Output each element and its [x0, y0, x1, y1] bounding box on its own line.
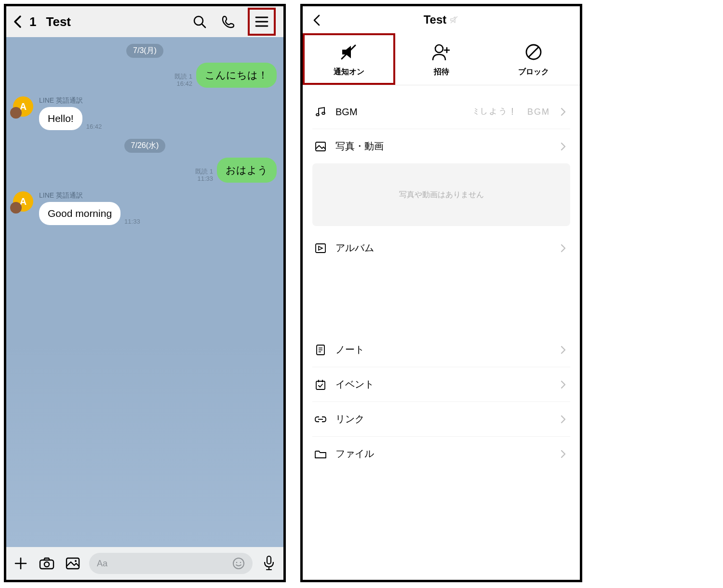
- read-label: 既読 1: [174, 73, 192, 80]
- chevron-right-icon: [559, 414, 568, 424]
- message-bubble[interactable]: こんにちは！: [196, 63, 277, 88]
- message-time: 11:33: [124, 218, 140, 225]
- menu-event[interactable]: イベント: [312, 367, 570, 402]
- link-icon: [314, 413, 327, 426]
- settings-header: Test: [303, 6, 580, 33]
- read-label: 既読 1: [195, 168, 213, 175]
- block-button[interactable]: ブロック: [487, 33, 580, 85]
- chat-body[interactable]: 7/3(月) 既読 1 16:42 こんにちは！ A LINE 英語通訳 Hel…: [6, 37, 283, 547]
- date-divider: 7/26(水): [124, 139, 166, 153]
- outgoing-message: 既読 1 16:42 こんにちは！: [6, 63, 283, 88]
- back-button[interactable]: [11, 15, 25, 28]
- message-input[interactable]: Aa: [89, 553, 253, 574]
- menu-icon[interactable]: [248, 8, 276, 36]
- menu-album[interactable]: アルバム: [312, 231, 570, 265]
- menu-file[interactable]: ファイル: [312, 437, 570, 471]
- incoming-message: A LINE 英語通訳 Hello! 16:42: [6, 96, 283, 130]
- image-icon[interactable]: [63, 554, 82, 573]
- message-time: 11:33: [195, 175, 213, 183]
- menu-note[interactable]: ノート: [312, 333, 570, 367]
- settings-menu: BGM ﾐしよう！ BGM 写真・動画: [303, 95, 580, 163]
- member-count: 1: [29, 14, 36, 29]
- message-bubble[interactable]: Hello!: [39, 107, 82, 130]
- notify-toggle[interactable]: 通知オン: [303, 33, 395, 85]
- chat-footer: Aa: [6, 547, 283, 580]
- photos-empty-state: 写真や動画はありません: [312, 163, 570, 226]
- message-bubble[interactable]: Good morning: [39, 202, 120, 225]
- message-time: 16:42: [174, 80, 192, 88]
- menu-bgm[interactable]: BGM ﾐしよう！ BGM: [312, 95, 570, 129]
- incoming-message: A LINE 英語通訳 Good morning 11:33: [6, 191, 283, 225]
- album-icon: [314, 242, 327, 254]
- image-icon: [314, 140, 327, 153]
- chat-header: 1 Test: [6, 6, 283, 37]
- action-row: 通知オン 招待 ブロック: [303, 33, 580, 85]
- chevron-right-icon: [559, 449, 568, 459]
- camera-icon[interactable]: [37, 554, 56, 573]
- add-user-icon: [431, 42, 452, 62]
- svg-point-13: [240, 562, 241, 563]
- music-icon: [314, 106, 327, 118]
- chat-title: Test: [46, 14, 71, 29]
- action-label: 通知オン: [334, 67, 364, 77]
- svg-point-10: [75, 560, 77, 562]
- menu-label: ノート: [335, 343, 550, 356]
- avatar[interactable]: A: [13, 191, 33, 212]
- svg-marker-28: [319, 246, 322, 250]
- bgm-preview: ﾐしよう！ BGM: [474, 107, 550, 117]
- chevron-right-icon: [559, 380, 568, 389]
- menu-label: リンク: [335, 413, 550, 426]
- svg-line-1: [202, 24, 205, 27]
- back-button[interactable]: [309, 13, 324, 27]
- muted-icon: [449, 15, 459, 25]
- plus-icon[interactable]: [11, 554, 30, 573]
- block-icon: [523, 42, 544, 62]
- empty-text: 写真や動画はありません: [399, 190, 484, 200]
- invite-button[interactable]: 招待: [395, 33, 488, 85]
- svg-point-8: [44, 562, 49, 567]
- svg-point-11: [233, 558, 244, 569]
- menu-label: アルバム: [335, 241, 550, 254]
- sender-name: LINE 英語通訳: [39, 191, 140, 200]
- chat-settings-screen: Test 通知オン 招待 ブロック: [300, 4, 582, 582]
- calendar-icon: [314, 378, 327, 391]
- avatar[interactable]: A: [13, 96, 33, 117]
- date-divider: 7/3(月): [126, 44, 163, 58]
- settings-title: Test: [424, 13, 447, 27]
- action-label: 招待: [434, 67, 449, 77]
- emoji-icon[interactable]: [232, 557, 245, 570]
- svg-rect-33: [316, 381, 325, 389]
- outgoing-message: 既読 1 11:33 おはよう: [6, 158, 283, 183]
- svg-point-25: [322, 112, 325, 114]
- chevron-right-icon: [559, 142, 568, 151]
- chat-screen: 1 Test 7/3(月) 既読 1 16:42 こんにちは！ A LINE: [4, 4, 286, 582]
- menu-label: イベント: [335, 378, 550, 391]
- input-placeholder: Aa: [97, 559, 107, 569]
- svg-rect-7: [40, 560, 54, 569]
- note-icon: [314, 344, 327, 356]
- svg-point-19: [435, 45, 443, 53]
- menu-label: BGM: [335, 107, 465, 118]
- speaker-off-icon: [339, 42, 359, 62]
- svg-rect-14: [267, 556, 271, 564]
- call-icon[interactable]: [219, 12, 238, 31]
- action-label: ブロック: [518, 67, 549, 77]
- folder-icon: [314, 448, 327, 460]
- chevron-right-icon: [559, 345, 568, 355]
- search-icon[interactable]: [190, 12, 209, 31]
- svg-point-24: [316, 114, 319, 116]
- message-bubble[interactable]: おはよう: [217, 158, 277, 183]
- svg-point-12: [236, 562, 238, 563]
- menu-label: ファイル: [335, 447, 550, 460]
- menu-photos[interactable]: 写真・動画: [312, 129, 570, 163]
- sender-name: LINE 英語通訳: [39, 96, 102, 105]
- chevron-right-icon: [559, 243, 568, 253]
- svg-line-23: [529, 47, 538, 57]
- chevron-right-icon: [559, 107, 568, 117]
- menu-link[interactable]: リンク: [312, 402, 570, 437]
- message-time: 16:42: [86, 123, 102, 130]
- mic-icon[interactable]: [259, 554, 279, 573]
- menu-label: 写真・動画: [335, 140, 550, 153]
- svg-rect-27: [316, 244, 325, 253]
